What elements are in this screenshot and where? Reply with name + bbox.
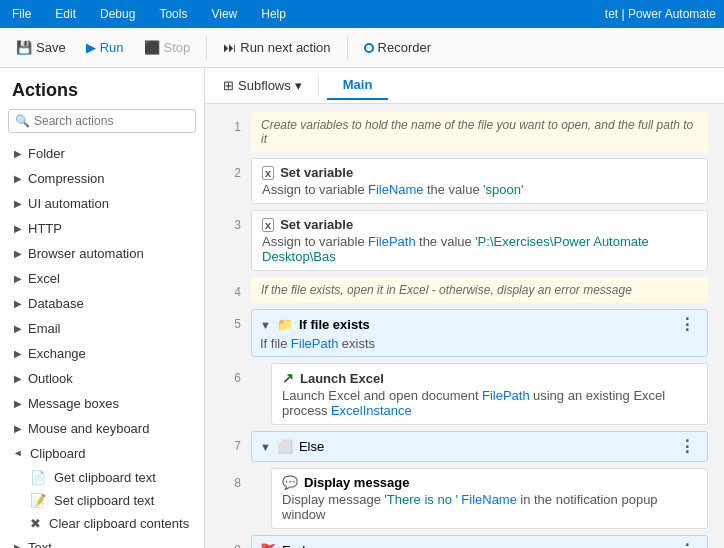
flow-num-9: 9 [221, 535, 251, 548]
flag-icon: 🚩 [260, 543, 276, 548]
sidebar-item-message-boxes[interactable]: ▶ Message boxes [0, 391, 204, 416]
toolbar-divider-2 [347, 36, 348, 60]
flow-row-8: 8 💬 Display message Display message 'The… [221, 468, 708, 529]
flow-row-6: 6 ↗ Launch Excel Launch Excel and open d… [221, 363, 708, 425]
flow-if-exists[interactable]: ▼ 📁 If file exists ⋮ If file FilePath ex… [251, 309, 708, 357]
menu-view[interactable]: View [207, 5, 241, 23]
flow-display-message[interactable]: 💬 Display message Display message 'There… [271, 468, 708, 529]
else-box-icon: ⬜ [277, 439, 293, 454]
subflows-icon: ⊞ [223, 78, 234, 93]
run-button[interactable]: ▶ Run [78, 36, 132, 59]
menu-help[interactable]: Help [257, 5, 290, 23]
display-msg-icon: 💬 [282, 475, 298, 490]
search-input[interactable] [34, 114, 189, 128]
flow-row-1: 1 Create variables to hold the name of t… [221, 112, 708, 152]
sidebar-title: Actions [0, 68, 204, 109]
chevron-icon: ▶ [14, 423, 22, 434]
if-file-icon: 📁 [277, 317, 293, 332]
sidebar-sub-get-clipboard[interactable]: 📄 Get clipboard text [0, 466, 204, 489]
collapse-icon[interactable]: ▼ [260, 319, 271, 331]
sidebar-item-ui-automation[interactable]: ▶ UI automation [0, 191, 204, 216]
sidebar-item-folder[interactable]: ▶ Folder [0, 141, 204, 166]
sidebar-item-http[interactable]: ▶ HTTP [0, 216, 204, 241]
chevron-icon: ▶ [14, 373, 22, 384]
chevron-icon: ▶ [14, 398, 22, 409]
flow-set-var-filename[interactable]: x Set variable Assign to variable FileNa… [251, 158, 708, 204]
toolbar-divider [206, 36, 207, 60]
clipboard-get-icon: 📄 [30, 470, 46, 485]
flow-comment-2: If the file exists, open it in Excel - o… [251, 277, 708, 303]
recorder-dot-icon [364, 43, 374, 53]
sidebar-item-excel[interactable]: ▶ Excel [0, 266, 204, 291]
search-icon: 🔍 [15, 114, 30, 128]
sidebar: Actions 🔍 ▶ Folder ▶ Compression ▶ UI au… [0, 68, 205, 548]
flow-num-2: 2 [221, 158, 251, 180]
sidebar-item-compression[interactable]: ▶ Compression [0, 166, 204, 191]
sidebar-item-browser-automation[interactable]: ▶ Browser automation [0, 241, 204, 266]
chevron-icon: ▶ [14, 198, 22, 209]
menu-file[interactable]: File [8, 5, 35, 23]
subflows-button[interactable]: ⊞ Subflows ▾ [215, 74, 310, 97]
flow-row-4: 4 If the file exists, open it in Excel -… [221, 277, 708, 303]
set-var-icon: x [262, 166, 274, 180]
more-options-icon[interactable]: ⋮ [675, 315, 699, 334]
recorder-button[interactable]: Recorder [356, 36, 439, 59]
flow-launch-excel[interactable]: ↗ Launch Excel Launch Excel and open doc… [271, 363, 708, 425]
menu-edit[interactable]: Edit [51, 5, 80, 23]
flow-num-4: 4 [221, 277, 251, 299]
stop-icon: ⬛ [144, 40, 160, 55]
flow-end[interactable]: 🚩 End ⋮ [251, 535, 708, 548]
menu-debug[interactable]: Debug [96, 5, 139, 23]
chevron-icon: ▶ [14, 273, 22, 284]
save-button[interactable]: 💾 Save [8, 36, 74, 59]
flow-row-9: 9 🚩 End ⋮ [221, 535, 708, 548]
sidebar-list: ▶ Folder ▶ Compression ▶ UI automation ▶… [0, 141, 204, 548]
sidebar-sub-clear-clipboard[interactable]: ✖ Clear clipboard contents [0, 512, 204, 535]
flow-row-7: 7 ▼ ⬜ Else ⋮ [221, 431, 708, 462]
toolbar: 💾 Save ▶ Run ⬛ Stop ⏭ Run next action Re… [0, 28, 724, 68]
stop-button[interactable]: ⬛ Stop [136, 36, 199, 59]
content-area: ⊞ Subflows ▾ Main 1 Create variables to … [205, 68, 724, 548]
chevron-icon: ▶ [14, 173, 22, 184]
flow-row-5: 5 ▼ 📁 If file exists ⋮ If file FilePath … [221, 309, 708, 357]
sidebar-sub-set-clipboard[interactable]: 📝 Set clipboard text [0, 489, 204, 512]
sidebar-item-mouse-keyboard[interactable]: ▶ Mouse and keyboard [0, 416, 204, 441]
flow-set-var-filepath[interactable]: x Set variable Assign to variable FilePa… [251, 210, 708, 271]
run-next-icon: ⏭ [223, 40, 236, 55]
flow-canvas: 1 Create variables to hold the name of t… [205, 104, 724, 548]
collapse-else-icon[interactable]: ▼ [260, 441, 271, 453]
subflows-chevron-icon: ▾ [295, 78, 302, 93]
tab-main[interactable]: Main [327, 71, 389, 100]
flow-num-1: 1 [221, 112, 251, 134]
flow-row-3: 3 x Set variable Assign to variable File… [221, 210, 708, 271]
run-icon: ▶ [86, 40, 96, 55]
sidebar-item-text[interactable]: ▶ Text [0, 535, 204, 548]
clipboard-clear-icon: ✖ [30, 516, 41, 531]
menu-items: File Edit Debug Tools View Help [8, 5, 290, 23]
set-var-icon-2: x [262, 218, 274, 232]
chevron-icon: ▶ [14, 248, 22, 259]
chevron-icon: ▶ [14, 348, 22, 359]
tab-divider [318, 76, 319, 96]
run-next-action-button[interactable]: ⏭ Run next action [215, 36, 338, 59]
flow-num-5: 5 [221, 309, 251, 331]
sidebar-item-clipboard[interactable]: ▼ Clipboard [0, 441, 204, 466]
sidebar-item-database[interactable]: ▶ Database [0, 291, 204, 316]
flow-row-2: 2 x Set variable Assign to variable File… [221, 158, 708, 204]
flow-else[interactable]: ▼ ⬜ Else ⋮ [251, 431, 708, 462]
chevron-expand-icon: ▼ [13, 449, 24, 459]
chevron-icon: ▶ [14, 323, 22, 334]
sidebar-item-outlook[interactable]: ▶ Outlook [0, 366, 204, 391]
sidebar-item-exchange[interactable]: ▶ Exchange [0, 341, 204, 366]
save-icon: 💾 [16, 40, 32, 55]
clipboard-set-icon: 📝 [30, 493, 46, 508]
sidebar-item-email[interactable]: ▶ Email [0, 316, 204, 341]
tabs-bar: ⊞ Subflows ▾ Main [205, 68, 724, 104]
menu-tools[interactable]: Tools [155, 5, 191, 23]
else-more-icon[interactable]: ⋮ [675, 437, 699, 456]
flow-num-6: 6 [221, 363, 251, 385]
search-box: 🔍 [8, 109, 196, 133]
chevron-icon: ▶ [14, 542, 22, 548]
end-more-icon[interactable]: ⋮ [675, 541, 699, 548]
main-layout: Actions 🔍 ▶ Folder ▶ Compression ▶ UI au… [0, 68, 724, 548]
